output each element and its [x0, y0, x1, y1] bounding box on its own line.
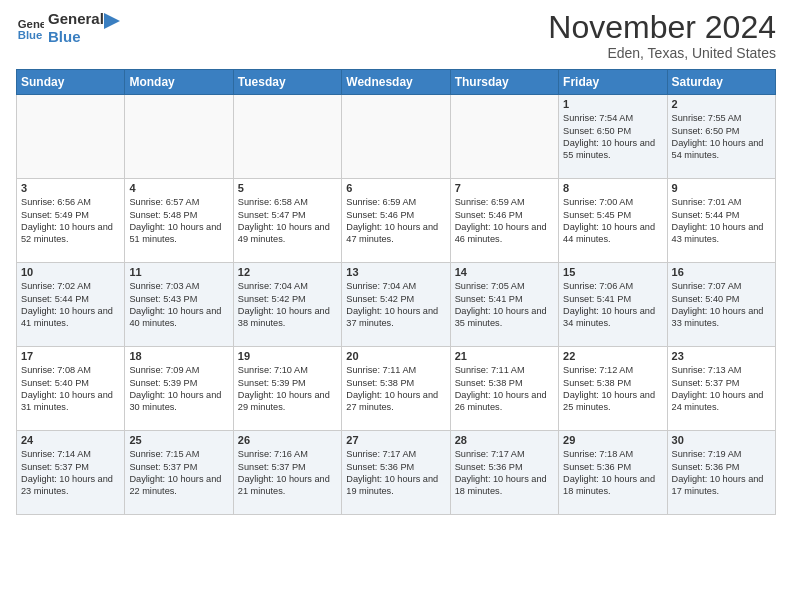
day-number: 14 — [455, 266, 554, 278]
calendar-cell — [342, 95, 450, 179]
cell-content: Sunrise: 7:03 AM Sunset: 5:43 PM Dayligh… — [129, 280, 228, 330]
week-row-4: 17Sunrise: 7:08 AM Sunset: 5:40 PM Dayli… — [17, 347, 776, 431]
cell-content: Sunrise: 6:59 AM Sunset: 5:46 PM Dayligh… — [346, 196, 445, 246]
calendar-table: SundayMondayTuesdayWednesdayThursdayFrid… — [16, 69, 776, 515]
day-number: 3 — [21, 182, 120, 194]
cell-content: Sunrise: 7:18 AM Sunset: 5:36 PM Dayligh… — [563, 448, 662, 498]
day-number: 18 — [129, 350, 228, 362]
title-block: November 2024 Eden, Texas, United States — [548, 10, 776, 61]
cell-content: Sunrise: 7:05 AM Sunset: 5:41 PM Dayligh… — [455, 280, 554, 330]
cell-content: Sunrise: 6:58 AM Sunset: 5:47 PM Dayligh… — [238, 196, 337, 246]
calendar-cell: 22Sunrise: 7:12 AM Sunset: 5:38 PM Dayli… — [559, 347, 667, 431]
cell-content: Sunrise: 7:11 AM Sunset: 5:38 PM Dayligh… — [455, 364, 554, 414]
day-number: 7 — [455, 182, 554, 194]
calendar-cell: 16Sunrise: 7:07 AM Sunset: 5:40 PM Dayli… — [667, 263, 775, 347]
cell-content: Sunrise: 7:14 AM Sunset: 5:37 PM Dayligh… — [21, 448, 120, 498]
cell-content: Sunrise: 6:59 AM Sunset: 5:46 PM Dayligh… — [455, 196, 554, 246]
header-day-tuesday: Tuesday — [233, 70, 341, 95]
calendar-cell: 27Sunrise: 7:17 AM Sunset: 5:36 PM Dayli… — [342, 431, 450, 515]
day-number: 20 — [346, 350, 445, 362]
calendar-cell: 2Sunrise: 7:55 AM Sunset: 6:50 PM Daylig… — [667, 95, 775, 179]
cell-content: Sunrise: 7:17 AM Sunset: 5:36 PM Dayligh… — [346, 448, 445, 498]
cell-content: Sunrise: 7:11 AM Sunset: 5:38 PM Dayligh… — [346, 364, 445, 414]
day-number: 25 — [129, 434, 228, 446]
calendar-cell — [450, 95, 558, 179]
day-number: 28 — [455, 434, 554, 446]
cell-content: Sunrise: 7:00 AM Sunset: 5:45 PM Dayligh… — [563, 196, 662, 246]
day-number: 4 — [129, 182, 228, 194]
day-number: 23 — [672, 350, 771, 362]
calendar-cell: 8Sunrise: 7:00 AM Sunset: 5:45 PM Daylig… — [559, 179, 667, 263]
logo: General Blue General Blue — [16, 10, 120, 46]
header-day-sunday: Sunday — [17, 70, 125, 95]
day-number: 15 — [563, 266, 662, 278]
logo-line2: Blue — [48, 28, 104, 46]
month-title: November 2024 — [548, 10, 776, 45]
header-day-saturday: Saturday — [667, 70, 775, 95]
cell-content: Sunrise: 7:19 AM Sunset: 5:36 PM Dayligh… — [672, 448, 771, 498]
cell-content: Sunrise: 7:07 AM Sunset: 5:40 PM Dayligh… — [672, 280, 771, 330]
calendar-cell: 28Sunrise: 7:17 AM Sunset: 5:36 PM Dayli… — [450, 431, 558, 515]
header-day-friday: Friday — [559, 70, 667, 95]
calendar-cell — [17, 95, 125, 179]
day-number: 22 — [563, 350, 662, 362]
calendar-cell: 7Sunrise: 6:59 AM Sunset: 5:46 PM Daylig… — [450, 179, 558, 263]
logo-line1: General — [48, 10, 104, 28]
day-number: 30 — [672, 434, 771, 446]
cell-content: Sunrise: 7:55 AM Sunset: 6:50 PM Dayligh… — [672, 112, 771, 162]
calendar-cell: 3Sunrise: 6:56 AM Sunset: 5:49 PM Daylig… — [17, 179, 125, 263]
day-number: 16 — [672, 266, 771, 278]
cell-content: Sunrise: 7:54 AM Sunset: 6:50 PM Dayligh… — [563, 112, 662, 162]
header-day-thursday: Thursday — [450, 70, 558, 95]
calendar-cell: 20Sunrise: 7:11 AM Sunset: 5:38 PM Dayli… — [342, 347, 450, 431]
location: Eden, Texas, United States — [548, 45, 776, 61]
calendar-cell: 5Sunrise: 6:58 AM Sunset: 5:47 PM Daylig… — [233, 179, 341, 263]
calendar-cell: 4Sunrise: 6:57 AM Sunset: 5:48 PM Daylig… — [125, 179, 233, 263]
calendar-cell: 17Sunrise: 7:08 AM Sunset: 5:40 PM Dayli… — [17, 347, 125, 431]
day-number: 13 — [346, 266, 445, 278]
cell-content: Sunrise: 7:06 AM Sunset: 5:41 PM Dayligh… — [563, 280, 662, 330]
day-number: 29 — [563, 434, 662, 446]
cell-content: Sunrise: 7:08 AM Sunset: 5:40 PM Dayligh… — [21, 364, 120, 414]
day-number: 6 — [346, 182, 445, 194]
header-day-wednesday: Wednesday — [342, 70, 450, 95]
week-row-1: 1Sunrise: 7:54 AM Sunset: 6:50 PM Daylig… — [17, 95, 776, 179]
day-number: 27 — [346, 434, 445, 446]
calendar-cell: 24Sunrise: 7:14 AM Sunset: 5:37 PM Dayli… — [17, 431, 125, 515]
day-number: 9 — [672, 182, 771, 194]
cell-content: Sunrise: 7:04 AM Sunset: 5:42 PM Dayligh… — [238, 280, 337, 330]
cell-content: Sunrise: 6:56 AM Sunset: 5:49 PM Dayligh… — [21, 196, 120, 246]
calendar-cell — [125, 95, 233, 179]
header-row: SundayMondayTuesdayWednesdayThursdayFrid… — [17, 70, 776, 95]
calendar-cell: 19Sunrise: 7:10 AM Sunset: 5:39 PM Dayli… — [233, 347, 341, 431]
cell-content: Sunrise: 7:04 AM Sunset: 5:42 PM Dayligh… — [346, 280, 445, 330]
cell-content: Sunrise: 7:17 AM Sunset: 5:36 PM Dayligh… — [455, 448, 554, 498]
day-number: 10 — [21, 266, 120, 278]
calendar-cell: 30Sunrise: 7:19 AM Sunset: 5:36 PM Dayli… — [667, 431, 775, 515]
day-number: 8 — [563, 182, 662, 194]
day-number: 24 — [21, 434, 120, 446]
cell-content: Sunrise: 6:57 AM Sunset: 5:48 PM Dayligh… — [129, 196, 228, 246]
cell-content: Sunrise: 7:10 AM Sunset: 5:39 PM Dayligh… — [238, 364, 337, 414]
calendar-cell — [233, 95, 341, 179]
day-number: 11 — [129, 266, 228, 278]
day-number: 17 — [21, 350, 120, 362]
calendar-page: General Blue General Blue November 2024 … — [0, 0, 792, 612]
calendar-cell: 1Sunrise: 7:54 AM Sunset: 6:50 PM Daylig… — [559, 95, 667, 179]
calendar-cell: 25Sunrise: 7:15 AM Sunset: 5:37 PM Dayli… — [125, 431, 233, 515]
cell-content: Sunrise: 7:09 AM Sunset: 5:39 PM Dayligh… — [129, 364, 228, 414]
cell-content: Sunrise: 7:13 AM Sunset: 5:37 PM Dayligh… — [672, 364, 771, 414]
day-number: 1 — [563, 98, 662, 110]
svg-marker-3 — [104, 13, 120, 29]
day-number: 21 — [455, 350, 554, 362]
logo-icon: General Blue — [16, 14, 44, 42]
calendar-cell: 13Sunrise: 7:04 AM Sunset: 5:42 PM Dayli… — [342, 263, 450, 347]
calendar-cell: 9Sunrise: 7:01 AM Sunset: 5:44 PM Daylig… — [667, 179, 775, 263]
week-row-5: 24Sunrise: 7:14 AM Sunset: 5:37 PM Dayli… — [17, 431, 776, 515]
calendar-cell: 14Sunrise: 7:05 AM Sunset: 5:41 PM Dayli… — [450, 263, 558, 347]
header-day-monday: Monday — [125, 70, 233, 95]
day-number: 5 — [238, 182, 337, 194]
cell-content: Sunrise: 7:02 AM Sunset: 5:44 PM Dayligh… — [21, 280, 120, 330]
cell-content: Sunrise: 7:16 AM Sunset: 5:37 PM Dayligh… — [238, 448, 337, 498]
calendar-cell: 26Sunrise: 7:16 AM Sunset: 5:37 PM Dayli… — [233, 431, 341, 515]
